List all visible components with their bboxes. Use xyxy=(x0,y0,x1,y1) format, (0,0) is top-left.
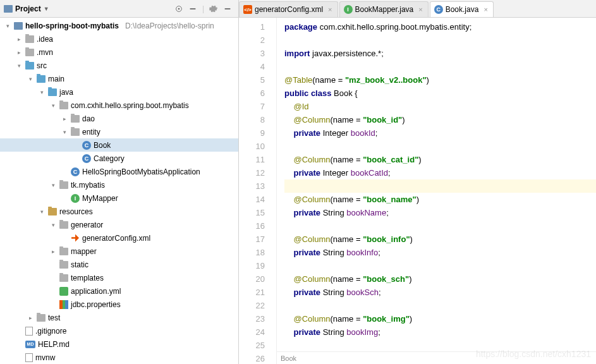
code-line[interactable]: @Id xyxy=(284,100,596,113)
code-line[interactable]: @Table(name = "mz_book_v2..book") xyxy=(284,73,596,87)
tree-node[interactable]: jdbc.properties xyxy=(0,298,238,311)
project-dropdown[interactable]: Project ▼ xyxy=(4,4,49,13)
code-line[interactable] xyxy=(284,179,596,193)
tree-node[interactable]: generatorConfig.xml xyxy=(0,231,238,245)
chevron-down-icon[interactable]: ▾ xyxy=(49,182,57,188)
tree-label: hello-spring-boot-mybatis xyxy=(25,21,119,30)
class-icon: C xyxy=(71,167,80,176)
chevron-right-icon[interactable]: ▸ xyxy=(15,49,23,56)
tree-node[interactable]: CCategory xyxy=(0,152,238,165)
hide-button[interactable] xyxy=(221,2,234,16)
code-line[interactable] xyxy=(284,140,596,153)
code-editor[interactable]: 1234567891011121314151617181920212223242… xyxy=(239,18,596,364)
config-file-icon xyxy=(71,234,80,243)
editor-tab[interactable]: CBook.java× xyxy=(430,1,494,17)
code-line[interactable]: @Column(name = "book_img") xyxy=(284,312,596,325)
project-label: Project xyxy=(15,4,41,13)
close-icon[interactable]: × xyxy=(483,6,487,13)
chevron-down-icon[interactable]: ▾ xyxy=(49,222,57,228)
code-line[interactable]: private String bookImg; xyxy=(284,325,596,339)
code-line[interactable]: @Column(name = "book_name") xyxy=(284,193,596,206)
code-line[interactable]: @Column(name = "book_id") xyxy=(284,113,596,126)
editor-tabs: </>generatorConfig.xml×IBookMapper.java×… xyxy=(239,0,596,17)
code-line[interactable]: private String bookSch; xyxy=(284,286,596,299)
gear-icon[interactable] xyxy=(207,2,221,16)
tree-node[interactable]: ▸.mvn xyxy=(0,46,238,59)
class-icon: C xyxy=(434,5,443,14)
editor-tab[interactable]: </>generatorConfig.xml× xyxy=(239,1,338,17)
line-gutter: 1234567891011121314151617181920212223242… xyxy=(239,18,277,364)
chevron-down-icon[interactable]: ▾ xyxy=(27,76,34,82)
resources-folder-icon xyxy=(48,208,57,215)
tree-label: com.cxhit.hello.spring.boot.mybatis xyxy=(71,101,189,110)
chevron-down-icon[interactable]: ▾ xyxy=(61,129,68,135)
tree-node[interactable]: CHelloSpringBootMybatisApplication xyxy=(0,165,238,178)
tree-node[interactable]: static xyxy=(0,258,238,271)
chevron-down-icon[interactable]: ▾ xyxy=(38,89,46,95)
tree-label: test xyxy=(48,313,60,322)
tree-node[interactable]: IMyMapper xyxy=(0,191,238,205)
tree-label: HELP.md xyxy=(38,340,70,349)
code-line[interactable] xyxy=(284,339,596,352)
tree-node[interactable]: ▸mapper xyxy=(0,245,238,258)
package-icon xyxy=(59,181,68,189)
tree-node[interactable]: templates xyxy=(0,271,238,284)
tree-node[interactable]: mvnw xyxy=(0,351,238,364)
tree-node[interactable]: ▸dao xyxy=(0,112,238,125)
chevron-right-icon[interactable]: ▸ xyxy=(27,315,34,321)
class-icon: C xyxy=(82,141,91,150)
chevron-down-icon[interactable]: ▾ xyxy=(15,63,23,69)
tab-label: Book.java xyxy=(446,5,479,14)
tree-node[interactable]: MDHELP.md xyxy=(0,337,238,351)
chevron-right-icon[interactable]: ▸ xyxy=(61,116,68,122)
code-line[interactable]: package com.cxhit.hello.spring.boot.myba… xyxy=(284,20,596,33)
tree-node[interactable]: ▾com.cxhit.hello.spring.boot.mybatis xyxy=(0,99,238,112)
folder-icon xyxy=(25,49,34,56)
tree-node[interactable]: ▾tk.mybatis xyxy=(0,178,238,191)
chevron-right-icon[interactable]: ▸ xyxy=(15,36,23,42)
tree-node[interactable]: ▾java xyxy=(0,85,238,99)
code-line[interactable]: @Column(name = "book_info") xyxy=(284,233,596,246)
tree-node[interactable]: ▾main xyxy=(0,72,238,85)
tree-node[interactable]: application.yml xyxy=(0,284,238,298)
svg-rect-3 xyxy=(225,8,231,9)
tree-node[interactable]: CBook xyxy=(0,138,238,152)
collapse-button[interactable] xyxy=(186,2,200,16)
code-line[interactable]: import javax.persistence.*; xyxy=(284,47,596,60)
code-line[interactable] xyxy=(284,299,596,312)
tree-label: main xyxy=(48,75,64,83)
tree-node[interactable]: ▾src xyxy=(0,59,238,72)
locate-button[interactable] xyxy=(172,2,186,16)
project-tree[interactable]: ▾hello-spring-boot-mybatisD:\IdeaProject… xyxy=(0,18,239,364)
close-icon[interactable]: × xyxy=(328,6,332,13)
code-line[interactable]: private String bookName; xyxy=(284,206,596,219)
markdown-file-icon: MD xyxy=(25,341,35,348)
tree-node[interactable]: ▾entity xyxy=(0,125,238,138)
code-line[interactable] xyxy=(284,219,596,233)
code-area[interactable]: package com.cxhit.hello.spring.boot.myba… xyxy=(277,18,596,364)
chevron-down-icon[interactable]: ▾ xyxy=(4,23,11,29)
tree-node[interactable]: ▸test xyxy=(0,311,238,324)
project-path: D:\IdeaProjects\hello-sprin xyxy=(125,21,214,30)
code-line[interactable]: private Integer bookId; xyxy=(284,126,596,140)
tree-label: jdbc.properties xyxy=(71,300,121,309)
chevron-down-icon[interactable]: ▾ xyxy=(49,102,57,109)
chevron-down-icon[interactable]: ▾ xyxy=(38,209,46,215)
code-line[interactable]: private String bookInfo; xyxy=(284,246,596,259)
code-line[interactable]: @Column(name = "book_cat_id") xyxy=(284,153,596,166)
editor-breadcrumb[interactable]: Book xyxy=(277,351,596,364)
tree-node[interactable]: ▾hello-spring-boot-mybatisD:\IdeaProject… xyxy=(0,19,238,32)
editor-tab[interactable]: IBookMapper.java× xyxy=(339,1,429,17)
code-line[interactable]: @Column(name = "book_sch") xyxy=(284,272,596,286)
code-line[interactable] xyxy=(284,60,596,73)
tree-node[interactable]: ▸.idea xyxy=(0,32,238,46)
chevron-right-icon[interactable]: ▸ xyxy=(49,248,57,255)
tree-node[interactable]: .gitignore xyxy=(0,324,238,337)
close-icon[interactable]: × xyxy=(418,6,422,13)
code-line[interactable] xyxy=(284,33,596,47)
code-line[interactable] xyxy=(284,259,596,272)
tree-node[interactable]: ▾generator xyxy=(0,218,238,231)
code-line[interactable]: private Integer bookCatId; xyxy=(284,166,596,179)
tree-node[interactable]: ▾resources xyxy=(0,205,238,218)
code-line[interactable]: public class Book { xyxy=(284,87,596,100)
